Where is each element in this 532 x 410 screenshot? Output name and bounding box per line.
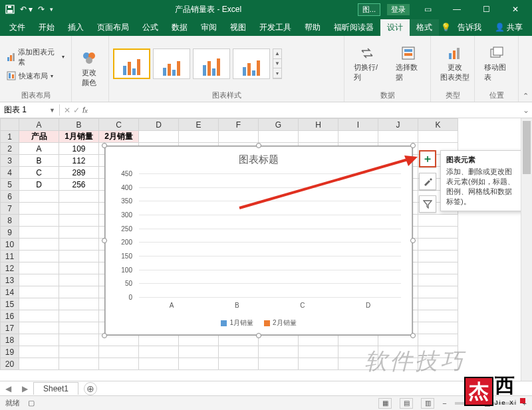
cell[interactable] [19,310,59,322]
tab-help[interactable]: 帮助 [298,19,327,36]
cell[interactable] [179,334,219,346]
chevron-down-icon[interactable]: ▼ [49,107,55,114]
row-header[interactable]: 1 [1,131,19,143]
tab-data[interactable]: 数据 [165,19,194,36]
vertical-scrollbar[interactable] [521,118,532,410]
cell[interactable] [19,298,59,310]
cell[interactable] [179,131,219,143]
zoom-out-icon[interactable]: − [442,399,446,407]
cell[interactable] [219,358,259,370]
row-header[interactable]: 6 [1,191,19,203]
col-header[interactable]: F [219,119,259,131]
col-header[interactable]: I [338,119,378,131]
row-header[interactable]: 12 [1,262,19,274]
cell[interactable] [19,274,59,286]
chart-filters-button[interactable] [419,195,436,213]
cell[interactable]: A [19,143,59,155]
page-layout-view-icon[interactable]: ▤ [400,398,413,409]
select-data-button[interactable]: 选择数据 [390,43,426,85]
collapse-ribbon-icon[interactable]: ⌃ [519,36,532,102]
tab-dev[interactable]: 开发工具 [253,19,298,36]
chart-styles-gallery[interactable]: ▲▼▾ [113,49,282,79]
tab-design[interactable]: 设计 [380,19,410,36]
cell[interactable] [259,334,299,346]
row-header[interactable]: 11 [1,251,19,262]
cell[interactable] [418,274,458,286]
cell[interactable] [338,334,378,346]
cell[interactable] [418,310,458,322]
cell[interactable] [19,239,59,251]
cell[interactable] [19,215,59,227]
worksheet-grid[interactable]: ABCDEFGHIJK1产品1月销量2月销量2A1093B1124C2895D2… [0,118,532,410]
cell[interactable] [259,346,299,358]
row-header[interactable]: 5 [1,179,19,191]
cell[interactable] [378,131,418,143]
cell[interactable] [59,322,99,334]
cell[interactable] [378,334,418,346]
cell[interactable] [139,334,179,346]
cell[interactable] [59,334,99,346]
cell[interactable] [99,334,139,346]
login-button[interactable]: 登录 [387,4,410,15]
cell[interactable] [418,334,458,346]
cell[interactable] [19,334,59,346]
cell[interactable] [139,358,179,370]
col-header[interactable]: K [418,119,458,131]
cell[interactable] [59,251,99,262]
add-sheet-button[interactable]: ⊕ [84,382,97,395]
cell[interactable] [59,298,99,310]
move-chart-button[interactable]: 移动图表 [479,43,514,85]
style-thumb[interactable] [233,49,270,79]
redo-icon[interactable]: ↷ [38,5,45,14]
cell[interactable] [418,215,458,227]
cell[interactable] [139,131,179,143]
undo-icon[interactable]: ↶ ▾ [20,5,33,14]
cell[interactable] [59,215,99,227]
cell[interactable]: 256 [59,179,99,191]
chart-elements-button[interactable]: ＋ [419,150,436,167]
cell[interactable]: D [19,179,59,191]
cell[interactable] [19,227,59,239]
cell[interactable] [299,334,338,346]
cell[interactable] [59,286,99,298]
cell[interactable] [59,262,99,274]
cell[interactable] [19,262,59,274]
cell[interactable]: 109 [59,143,99,155]
change-chart-type-button[interactable]: 更改 图表类型 [435,43,475,85]
col-header[interactable]: G [259,119,299,131]
cell[interactable]: 产品 [19,131,59,143]
cell[interactable] [418,322,458,334]
plot-area[interactable] [139,173,401,297]
tab-formulas[interactable]: 公式 [136,19,165,36]
row-header[interactable]: 14 [1,286,19,298]
chart-legend[interactable]: 1月销量 2月销量 [106,318,412,328]
cell[interactable]: 1月销量 [59,131,99,143]
cell[interactable] [19,358,59,370]
quick-layout-button[interactable]: 快速布局▾ [4,70,67,82]
cell[interactable] [299,131,338,143]
cell[interactable] [19,346,59,358]
row-header[interactable]: 17 [1,322,19,334]
row-header[interactable]: 9 [1,227,19,239]
add-chart-element-button[interactable]: 添加图表元素▾ [4,46,67,68]
sheet-nav-next-icon[interactable]: ▶ [17,384,33,393]
sheet-tab[interactable]: Sheet1 [33,382,78,395]
tab-format[interactable]: 格式 [410,19,439,36]
col-header[interactable]: E [179,119,219,131]
page-break-view-icon[interactable]: ▥ [421,398,434,409]
expand-formula-bar-icon[interactable]: ⌄ [520,106,532,115]
col-header[interactable]: A [19,119,59,131]
row-header[interactable]: 2 [1,143,19,155]
cell[interactable] [219,334,259,346]
col-header[interactable]: C [99,119,139,131]
tab-layout[interactable]: 页面布局 [90,19,136,36]
minimize-icon[interactable]: ― [446,5,468,14]
chart-title[interactable]: 图表标题 [106,147,412,169]
row-header[interactable]: 13 [1,274,19,286]
row-header[interactable]: 7 [1,203,19,215]
cell[interactable] [19,191,59,203]
style-thumb[interactable] [193,49,230,79]
tab-foxit[interactable]: 福昕阅读器 [327,19,380,36]
tab-review[interactable]: 审阅 [194,19,223,36]
cell[interactable] [259,131,299,143]
